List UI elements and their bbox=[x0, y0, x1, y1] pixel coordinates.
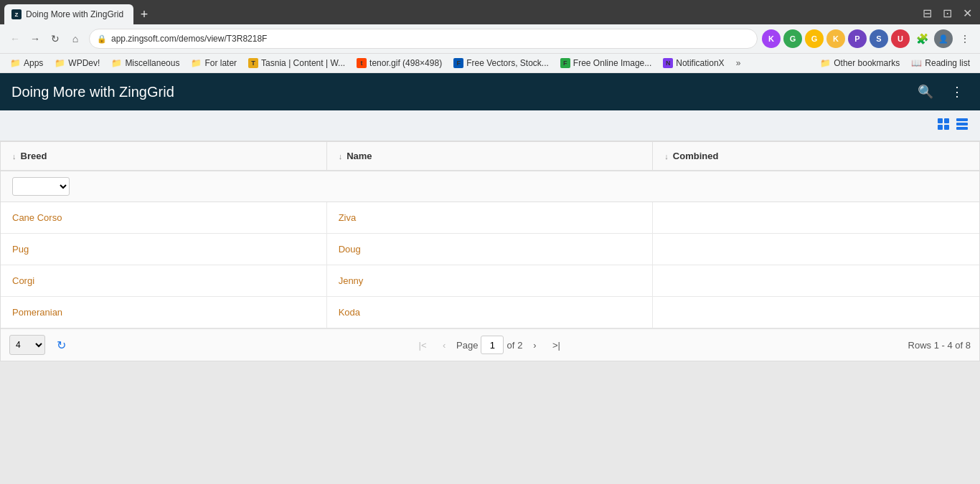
home-button[interactable]: ⌂ bbox=[66, 29, 85, 48]
browser-toolbar: ← → ↻ ⌂ 🔒 app.zingsoft.com/demos/view/T3… bbox=[0, 24, 980, 54]
user-avatar[interactable]: 👤 bbox=[934, 29, 953, 48]
tab-zinggrid[interactable]: Z Doing More with ZingGrid × bbox=[4, 4, 133, 24]
extensions-button[interactable]: 🧩 bbox=[913, 29, 931, 48]
pagination-controls: |< ‹ Page of 2 › >| bbox=[77, 336, 903, 354]
bookmark-tenor[interactable]: t tenor.gif (498×498) bbox=[352, 56, 446, 70]
cell-name-3: Jenny bbox=[327, 265, 654, 296]
bookmark-tasnia-label: Tasnia | Content | W... bbox=[261, 58, 345, 68]
close-button[interactable]: ✕ bbox=[958, 4, 976, 22]
svg-rect-4 bbox=[956, 118, 968, 121]
bookmark-folder-icon-2: 📁 bbox=[55, 58, 65, 68]
svg-rect-3 bbox=[944, 125, 949, 130]
grid-header-row: ↓ Breed ↓ Name ↓ Combined bbox=[1, 142, 979, 171]
bookmark-reading-list[interactable]: 📖 Reading list bbox=[907, 56, 974, 70]
chrome-menu-button[interactable]: ⋮ bbox=[956, 29, 974, 48]
sort-icon-combined: ↓ bbox=[664, 152, 669, 161]
view-toggle-bar bbox=[0, 110, 980, 141]
bookmark-wpdev-label: WPDev! bbox=[68, 58, 100, 68]
nav-buttons: ← → ↻ ⌂ bbox=[6, 29, 85, 48]
svg-rect-5 bbox=[956, 123, 968, 125]
bookmark-wpdev[interactable]: 📁 WPDev! bbox=[50, 56, 104, 70]
cell-breed-2: Pug bbox=[1, 234, 327, 265]
tab-label-zinggrid: Doing More with ZingGrid bbox=[26, 9, 123, 19]
bookmark-apps[interactable]: 📁 Apps bbox=[6, 56, 47, 70]
bookmark-tab-icon-tasnia: T bbox=[248, 58, 258, 68]
prev-page-button[interactable]: ‹ bbox=[435, 336, 453, 354]
filter-cell-combined bbox=[651, 176, 974, 197]
column-label-breed: Breed bbox=[21, 151, 47, 161]
svg-rect-0 bbox=[938, 118, 943, 123]
cell-combined-1 bbox=[653, 202, 979, 233]
table-row: Pug Doug bbox=[1, 234, 979, 265]
filter-select-breed[interactable] bbox=[12, 177, 70, 196]
page-label: Page bbox=[456, 340, 478, 351]
column-header-name[interactable]: ↓ Name bbox=[327, 142, 654, 170]
minimize-button[interactable]: ⊟ bbox=[918, 4, 936, 22]
bookmark-folder-icon: 📁 bbox=[10, 58, 21, 68]
lock-icon: 🔒 bbox=[97, 34, 107, 44]
bookmark-apps-label: Apps bbox=[24, 58, 43, 68]
profile-icon-2[interactable]: G bbox=[783, 29, 802, 48]
filter-cell-name bbox=[329, 176, 651, 197]
svg-rect-1 bbox=[944, 118, 949, 123]
cell-name-1: Ziva bbox=[327, 202, 654, 233]
app-body: Doing More with ZingGrid 🔍 ⋮ bbox=[0, 73, 980, 361]
bookmark-folder-icon-4: 📁 bbox=[191, 58, 202, 68]
new-tab-button[interactable]: + bbox=[134, 4, 154, 24]
profile-icon-4[interactable]: K bbox=[826, 29, 845, 48]
bookmark-tasnia[interactable]: T Tasnia | Content | W... bbox=[244, 56, 349, 70]
more-options-button[interactable]: ⋮ bbox=[946, 80, 969, 103]
cell-name-2: Doug bbox=[327, 234, 654, 265]
of-label: of bbox=[507, 340, 514, 351]
bookmarks-bar: 📁 Apps 📁 WPDev! 📁 Miscellaneous 📁 For la… bbox=[0, 54, 980, 73]
card-view-button[interactable] bbox=[934, 116, 953, 135]
search-icon-button[interactable]: 🔍 bbox=[914, 80, 937, 103]
bookmark-forlater-label: For later bbox=[204, 58, 237, 68]
maximize-button[interactable]: ⊡ bbox=[938, 4, 956, 22]
refresh-button[interactable]: ↻ bbox=[51, 335, 71, 355]
bookmarks-more-button[interactable]: » bbox=[732, 56, 745, 70]
profile-icon-1[interactable]: K bbox=[762, 29, 781, 48]
back-button[interactable]: ← bbox=[6, 29, 24, 48]
page-number-input[interactable] bbox=[481, 336, 504, 354]
bookmark-misc[interactable]: 📁 Miscellaneous bbox=[107, 56, 184, 70]
list-view-button[interactable] bbox=[953, 116, 971, 135]
tab-close-zinggrid[interactable]: × bbox=[131, 9, 133, 20]
bookmark-notifx[interactable]: N NotificationX bbox=[659, 56, 728, 70]
cell-combined-4 bbox=[653, 297, 979, 328]
reload-button[interactable]: ↻ bbox=[46, 29, 65, 48]
bookmark-other[interactable]: 📁 Other bookmarks bbox=[816, 56, 904, 70]
bookmark-folder-icon-reading: 📖 bbox=[911, 58, 922, 68]
profile-icon-5[interactable]: P bbox=[848, 29, 867, 48]
rows-info: Rows 1 - 4 of 8 bbox=[908, 340, 971, 351]
first-page-button[interactable]: |< bbox=[413, 336, 432, 354]
data-grid: ↓ Breed ↓ Name ↓ Combined Cane bbox=[0, 141, 980, 361]
page-size-select[interactable]: 4 8 16 bbox=[9, 335, 45, 355]
filter-row bbox=[1, 171, 979, 202]
app-header-actions: 🔍 ⋮ bbox=[914, 80, 969, 103]
table-row: Pomeranian Koda bbox=[1, 297, 979, 328]
forward-button[interactable]: → bbox=[26, 29, 44, 48]
bookmark-freevectors-label: Free Vectors, Stock... bbox=[466, 58, 549, 68]
profile-icon-3[interactable]: G bbox=[805, 29, 824, 48]
bookmark-freeimage[interactable]: F Free Online Image... bbox=[556, 56, 656, 70]
cell-name-4: Koda bbox=[327, 297, 654, 328]
app-title: Doing More with ZingGrid bbox=[11, 84, 174, 100]
profile-icon-6[interactable]: S bbox=[870, 29, 888, 48]
last-page-button[interactable]: >| bbox=[547, 336, 566, 354]
column-label-combined: Combined bbox=[673, 151, 719, 161]
column-header-combined[interactable]: ↓ Combined bbox=[653, 142, 979, 170]
svg-rect-6 bbox=[956, 127, 968, 130]
next-page-button[interactable]: › bbox=[526, 336, 545, 354]
filter-cell-breed bbox=[6, 176, 329, 197]
window-controls: ⊟ ⊡ ✕ bbox=[918, 4, 976, 24]
list-view-icon bbox=[956, 118, 969, 131]
bookmark-forlater[interactable]: 📁 For later bbox=[187, 56, 241, 70]
column-header-breed[interactable]: ↓ Breed bbox=[1, 142, 327, 170]
profile-icon-7[interactable]: U bbox=[891, 29, 910, 48]
bookmark-freevectors[interactable]: F Free Vectors, Stock... bbox=[449, 56, 553, 70]
bookmarks-right: 📁 Other bookmarks 📖 Reading list bbox=[816, 56, 974, 70]
address-bar[interactable]: 🔒 app.zingsoft.com/demos/view/T3R8218F bbox=[89, 29, 758, 49]
bookmark-misc-label: Miscellaneous bbox=[125, 58, 179, 68]
sort-icon-name: ↓ bbox=[339, 152, 343, 161]
